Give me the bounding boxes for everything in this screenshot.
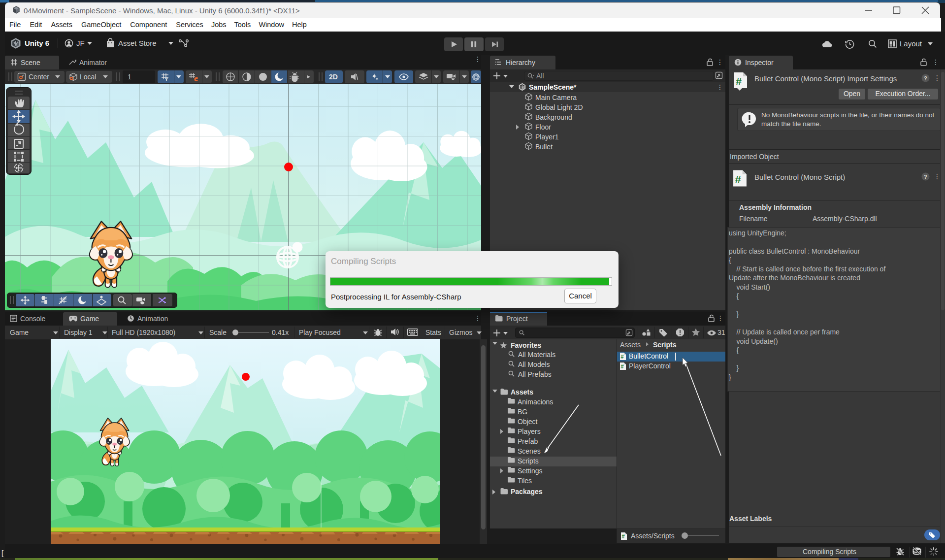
- svg-text:#: #: [621, 533, 624, 539]
- svg-text:#: #: [736, 75, 742, 88]
- svg-text:?: ?: [924, 75, 927, 81]
- svg-text:Y: Y: [165, 77, 168, 81]
- svg-text:#: #: [735, 173, 741, 186]
- svg-text:?: ?: [924, 174, 927, 180]
- svg-text:#: #: [620, 363, 623, 369]
- svg-text:#: #: [620, 354, 623, 360]
